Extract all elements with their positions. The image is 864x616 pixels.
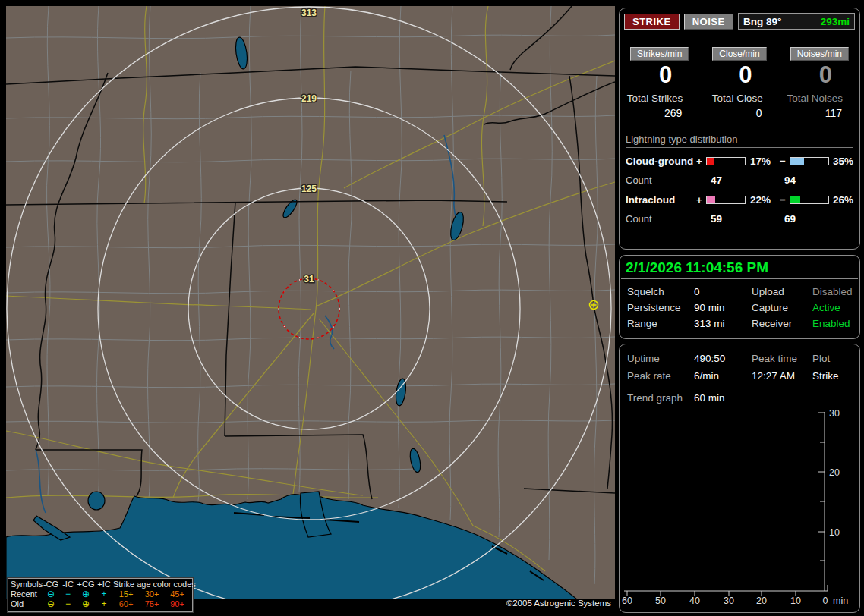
age-code-60: 60+ <box>113 599 139 609</box>
peak-time-label: Peak time <box>752 353 812 364</box>
ic-negative-bar-fill <box>790 196 800 203</box>
trend-axes <box>624 412 828 596</box>
total-close-value: 0 <box>756 107 780 119</box>
legend-symbols-header: Symbols <box>11 580 43 589</box>
x-tick-50: 50 <box>655 596 666 606</box>
ring-label-125: 125 <box>301 184 317 194</box>
y-tick-20: 20 <box>829 467 840 478</box>
cg-positive-pct: 17% <box>746 156 780 167</box>
plus-sign: + <box>696 156 706 167</box>
uptime-value: 490:50 <box>694 353 752 364</box>
capture-label: Capture <box>752 302 812 313</box>
legend-old-label: Old <box>11 599 43 609</box>
uptime-label: Uptime <box>627 353 694 364</box>
cg-positive-count: 47 <box>706 174 780 186</box>
plot-value: Strike <box>812 370 859 382</box>
ring-label-313: 313 <box>301 8 317 18</box>
peak-rate-value: 6/min <box>694 370 752 382</box>
y-tick-10: 10 <box>829 527 840 538</box>
clock-status-panel: 2/1/2026 11:04:56 PM Squelch 0 Upload Di… <box>619 255 860 339</box>
map-legend: Symbols -CG -IC +CG +IC Strike age color… <box>8 578 193 612</box>
total-noises-value: 117 <box>825 107 859 119</box>
app-window: 313 219 125 31 Symbols -CG -IC +CG +IC S… <box>0 0 864 616</box>
strikes-per-min-value: 0 <box>659 63 672 88</box>
strike-tab-button[interactable]: STRIKE <box>624 14 680 30</box>
ic-negative-bar <box>790 196 829 204</box>
copyright-text: ©2005 Astrogenic Systems <box>506 599 611 608</box>
ring-label-219: 219 <box>301 93 317 104</box>
rate-counters: Strikes/min 0 Total Strikes 269 Close/mi… <box>620 47 859 119</box>
ic-positive-count: 59 <box>706 213 780 225</box>
close-per-min-value: 0 <box>739 63 752 88</box>
ring-label-31: 31 <box>304 274 314 284</box>
total-strikes-label: Total Strikes <box>627 93 700 104</box>
noises-per-min-chip[interactable]: Noises/min <box>790 47 849 61</box>
ic-negative-pct: 26% <box>829 194 853 206</box>
session-stats: Uptime 490:50 Peak time Plot Peak rate 6… <box>620 344 859 404</box>
receiver-label: Receiver <box>752 318 812 329</box>
persistence-value: 90 min <box>694 302 752 313</box>
strike-stats-panel: STRIKE NOISE Bng 89° 293mi Strikes/min 0… <box>619 8 860 250</box>
ic-positive-bar-fill <box>707 196 715 203</box>
radar-map[interactable]: 313 219 125 31 <box>6 6 615 599</box>
cg-negative-bar <box>790 157 829 165</box>
count-label: Count <box>626 174 696 186</box>
persistence-label: Persistence <box>627 302 694 313</box>
noise-tab-button[interactable]: NOISE <box>684 14 733 30</box>
age-code-30: 30+ <box>139 589 165 599</box>
old-neg-ic-icon: − <box>59 599 77 609</box>
cg-negative-count: 94 <box>780 174 853 186</box>
y-tick-30: 30 <box>829 408 840 419</box>
legend-recent-label: Recent <box>11 589 43 599</box>
x-axis-unit: min <box>833 596 848 606</box>
range-value: 313 mi <box>694 318 752 329</box>
total-strikes-value: 269 <box>664 107 699 119</box>
close-counter: Close/min 0 Total Close 0 <box>699 47 779 119</box>
upload-status: Disabled <box>812 286 859 297</box>
peak-rate-label: Peak rate <box>627 370 694 382</box>
cloud-ground-count-row: Count 47 94 <box>626 174 853 186</box>
old-neg-cg-icon: ⊖ <box>43 599 59 609</box>
noises-counter: Noises/min 0 Total Noises 117 <box>780 47 859 119</box>
trend-graph: 30 20 10 60 50 40 30 20 10 0 min <box>620 401 861 612</box>
cg-negative-pct: 35% <box>829 156 853 167</box>
old-pos-ic-icon: + <box>95 599 113 609</box>
x-tick-10: 10 <box>790 596 801 606</box>
intracloud-count-row: Count 59 69 <box>626 213 853 225</box>
squelch-label: Squelch <box>627 286 694 297</box>
total-noises-label: Total Noises <box>787 93 859 104</box>
age-code-45: 45+ <box>165 589 190 599</box>
squelch-value: 0 <box>694 286 752 297</box>
peak-time-value: 12:27 AM <box>752 370 812 382</box>
intracloud-row: Intracloud + 22% − 26% <box>626 194 853 206</box>
strikes-per-min-chip[interactable]: Strikes/min <box>630 47 689 61</box>
cloud-ground-row: Cloud-ground + 17% − 35% <box>626 156 853 168</box>
minus-sign: − <box>780 194 790 206</box>
range-label: Range <box>627 318 694 329</box>
plus-sign: + <box>696 194 706 206</box>
cg-negative-bar-fill <box>790 158 804 165</box>
x-tick-40: 40 <box>689 596 700 606</box>
capture-status: Active <box>812 302 859 313</box>
x-tick-20: 20 <box>756 596 767 606</box>
age-code-75: 75+ <box>139 599 165 609</box>
intracloud-label: Intracloud <box>626 194 696 206</box>
minus-sign: − <box>780 156 790 167</box>
noises-per-min-value: 0 <box>819 63 832 88</box>
lightning-distribution: Lightning type distribution Cloud-ground… <box>620 134 859 225</box>
plot-label: Plot <box>812 353 859 364</box>
legend-age-title: Strike age color codes <box>113 580 190 589</box>
bearing-label: Bng 89° <box>743 16 781 27</box>
x-tick-60: 60 <box>622 596 632 606</box>
distribution-title: Lightning type distribution <box>626 134 853 148</box>
ic-positive-pct: 22% <box>746 194 780 206</box>
cg-positive-bar-fill <box>707 158 714 165</box>
old-pos-cg-icon: ⊕ <box>77 599 95 609</box>
cloud-ground-label: Cloud-ground <box>626 156 696 167</box>
status-grid: Squelch 0 Upload Disabled Persistence 90… <box>620 279 859 329</box>
bearing-readout: Bng 89° 293mi <box>738 13 855 30</box>
count-label: Count <box>626 213 696 225</box>
close-per-min-chip[interactable]: Close/min <box>712 47 766 61</box>
receiver-status: Enabled <box>812 318 859 329</box>
ic-negative-count: 69 <box>780 213 853 225</box>
